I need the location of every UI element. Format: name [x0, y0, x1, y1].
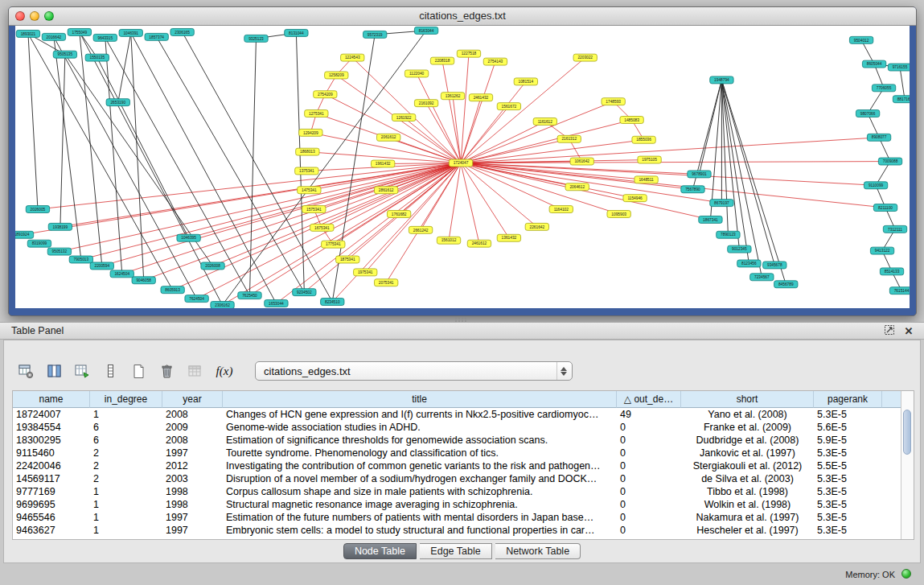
table-row[interactable]: 911546021997Tourette syndrome. Phenomeno… [13, 447, 914, 459]
tab-node-table[interactable]: Node Table [343, 543, 417, 559]
graph-node-label: 1675341 [314, 226, 330, 230]
delete-button[interactable] [156, 360, 177, 381]
memory-status-indicator [901, 569, 911, 579]
graph-node-label: 1154946 [627, 196, 643, 200]
close-panel-button[interactable]: ✕ [901, 324, 916, 339]
table-cell: Jankovic et al. (1997) [681, 447, 814, 459]
table-row[interactable]: 977716911998Corpus callosum shape and si… [13, 485, 914, 498]
graph-node-label: 2026008 [205, 264, 220, 268]
table-cell: Embryonic stem cells: a model to study s… [223, 524, 617, 537]
graph-node-label: 7905013 [74, 257, 89, 262]
graph-node-label: 1164102 [554, 208, 569, 212]
column-header[interactable]: pagerank [814, 391, 882, 408]
window-titlebar[interactable]: citations_edges.txt [9, 7, 916, 26]
column-header[interactable]: △ out_de… [617, 391, 681, 408]
graph-node-label: 9643315 [97, 36, 113, 40]
table-cell: 18300295 [13, 434, 90, 447]
minimize-window-button[interactable] [30, 11, 39, 21]
table-row[interactable]: 969969511998Structural magnetic resonanc… [13, 498, 914, 511]
table-cell: 22420046 [13, 459, 90, 472]
tab-edge-table[interactable]: Edge Table [420, 543, 491, 559]
graph-node-label: 1948794 [714, 78, 729, 82]
table-cell: 1997 [162, 511, 223, 524]
graph-node-label: 7312111 [888, 228, 902, 232]
graph-node-label: 8131044 [289, 31, 304, 35]
table-row[interactable]: 1456911722003Disruption of a novel membe… [13, 472, 914, 485]
table-cell: 1997 [162, 447, 223, 459]
table-selector-dropdown[interactable]: citations_edges.txt [255, 361, 573, 381]
table-row[interactable]: 946554611997Estimation of the future num… [13, 511, 914, 524]
table-cell: 5.5E-5 [814, 459, 882, 472]
import-table-icon [187, 364, 203, 379]
graph-node-label: 1755049 [72, 31, 88, 35]
rows-button[interactable] [100, 360, 121, 381]
table-cell: 5.3E-5 [814, 472, 882, 485]
status-bar: Memory: OK [0, 563, 924, 585]
column-header[interactable]: in_degree [90, 391, 162, 408]
table-cell: 0 [617, 524, 681, 537]
table-cell: 2 [90, 447, 162, 459]
table-cell: 5.3E-5 [814, 408, 882, 421]
graph-node-label: 2064612 [569, 185, 585, 189]
graph-node-label: 2661242 [413, 229, 429, 233]
graph-node-label: 7890123 [721, 233, 736, 237]
table-scrollbar[interactable] [901, 391, 914, 539]
graph-node-label: 2754209 [318, 93, 333, 97]
graph-node-label: 7234567 [754, 275, 770, 279]
table-cell: Structural magnetic resonance image aver… [223, 498, 617, 511]
table-cell: 14569117 [13, 472, 90, 485]
tab-network-table[interactable]: Network Table [495, 543, 581, 559]
table-cell: 0 [617, 472, 681, 485]
column-header[interactable]: year [162, 391, 223, 408]
float-panel-button[interactable] [882, 324, 897, 339]
graph-node-label: 1891924 [15, 233, 30, 237]
function-builder-button[interactable]: f(x) [212, 360, 236, 381]
graph-node-label: 1375341 [299, 169, 314, 173]
table-row[interactable]: 946362711997Embryonic stem cells: a mode… [13, 524, 914, 537]
table-cell: 9463627 [13, 524, 90, 537]
graph-node-label: 2161312 [561, 137, 577, 141]
table-cell: 9465546 [13, 511, 90, 524]
graph-node-label: 1575341 [306, 208, 322, 212]
graph-node-label: 2203022 [577, 56, 593, 60]
table-cell: 1 [90, 511, 162, 524]
graph-node-label: 1561012 [441, 238, 457, 242]
graph-node-label: 2161092 [419, 101, 434, 105]
graph-node-label: 9345678 [767, 263, 782, 267]
graph-node-label: 1550135 [90, 56, 105, 60]
close-window-button[interactable] [15, 11, 25, 21]
network-canvas-svg[interactable]: 1893021201664217550499643315104639118573… [15, 26, 910, 308]
graph-node-label: 1867341 [703, 218, 718, 222]
table-cell: 0 [617, 498, 681, 511]
graph-node-label: 8211100 [878, 206, 893, 210]
column-header[interactable]: name [13, 391, 90, 408]
graph-node-label: 1893021 [21, 32, 36, 36]
network-window: citations_edges.txt 18930212016642175504… [8, 6, 917, 316]
table-cell: 2 [90, 472, 162, 485]
table-row[interactable]: 2242004622012Investigating the contribut… [13, 459, 914, 472]
table-row[interactable]: 1830029562008Estimation of significance … [13, 434, 914, 447]
panel-resize-handle[interactable] [455, 318, 457, 319]
column-header[interactable]: title [223, 391, 617, 408]
column-header[interactable]: short [681, 391, 814, 408]
table-options-button[interactable] [15, 360, 36, 381]
graph-node-label: 8319099 [32, 241, 47, 245]
table-row[interactable]: 1938455462009Genome-wide association stu… [13, 421, 914, 434]
graph-node-label: 8163044 [419, 29, 434, 33]
add-column-button[interactable] [72, 360, 92, 381]
scrollbar-thumb[interactable] [903, 410, 911, 455]
new-file-button[interactable] [128, 360, 149, 381]
graph-node-label: 2061612 [381, 136, 396, 140]
graph-node-label: 1975341 [358, 270, 373, 274]
graph-node-label: 2653190 [110, 101, 125, 105]
graph-node-label: 9110099 [869, 183, 884, 187]
zoom-window-button[interactable] [44, 11, 54, 21]
network-view[interactable]: 1893021201664217550499643315104639118573… [15, 26, 910, 308]
table-cell: 49 [617, 408, 681, 421]
show-columns-button[interactable] [43, 360, 64, 381]
graph-node-label: 1258209 [329, 73, 344, 77]
graph-node-label: 1624504 [114, 272, 129, 276]
graph-node-label: 1855036 [636, 138, 651, 142]
table-row[interactable]: 1872400712008Changes of HCN gene express… [13, 408, 914, 421]
import-table-button[interactable] [184, 360, 205, 381]
